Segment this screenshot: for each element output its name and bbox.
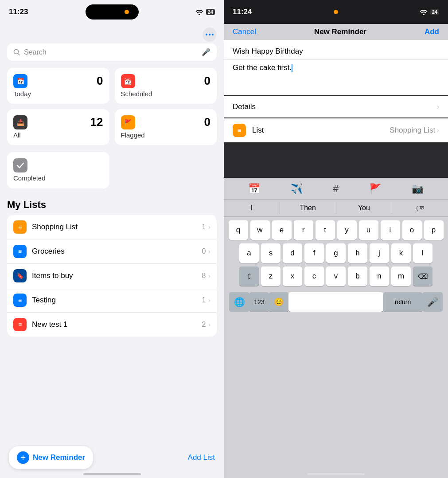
- search-bar[interactable]: Search 🎤: [7, 43, 217, 61]
- kb-tool-flag[interactable]: 🚩: [365, 181, 386, 196]
- kb-suggestion-i[interactable]: I: [224, 202, 280, 214]
- add-list-button[interactable]: Add List: [188, 453, 215, 462]
- smart-grid: 📅 0 Today 📆 0 Scheduled 📥: [7, 68, 217, 145]
- key-m[interactable]: m: [391, 266, 411, 286]
- key-k[interactable]: k: [391, 243, 411, 263]
- list-item-shopping[interactable]: ≡ Shopping List 1 ›: [7, 215, 217, 239]
- reminder-title[interactable]: Wish Happy Birthday: [224, 40, 448, 60]
- key-i[interactable]: i: [381, 220, 400, 240]
- svg-point-0: [199, 14, 200, 15]
- list-row-right: Shopping List ›: [390, 126, 439, 135]
- key-c[interactable]: c: [304, 266, 324, 286]
- shift-key[interactable]: ⇧: [239, 266, 259, 286]
- kb-suggestion-then[interactable]: Then: [280, 202, 336, 214]
- smart-card-completed[interactable]: Completed: [7, 152, 109, 188]
- status-icons-right: 24: [420, 9, 439, 15]
- key-s[interactable]: s: [261, 243, 280, 263]
- key-z[interactable]: z: [261, 266, 280, 286]
- new-reminder-button[interactable]: + New Reminder: [9, 446, 93, 469]
- svg-point-2: [209, 34, 210, 35]
- key-u[interactable]: u: [359, 220, 378, 240]
- key-b[interactable]: b: [348, 266, 367, 286]
- kb-tool-calendar[interactable]: 📅: [244, 181, 265, 196]
- delete-key[interactable]: ⌫: [413, 266, 432, 286]
- key-f[interactable]: f: [304, 243, 324, 263]
- kb-row-1: q w e r t y u i o p: [226, 220, 446, 240]
- list-item-testing[interactable]: ≡ Testing 1 ›: [7, 288, 217, 313]
- cancel-button[interactable]: Cancel: [233, 27, 256, 36]
- key-n[interactable]: n: [370, 266, 389, 286]
- list-assignment-row[interactable]: ≡ List Shopping List ›: [224, 118, 448, 142]
- details-row[interactable]: Details ›: [224, 96, 448, 118]
- list-item-itemstobuy[interactable]: 🔖 Items to buy 8 ›: [7, 264, 217, 288]
- list-item-groceries[interactable]: ≡ Groceries 0 ›: [7, 239, 217, 264]
- battery-icon-left: 24: [206, 9, 215, 15]
- smart-card-flagged[interactable]: 🚩 0 Flagged: [115, 109, 217, 145]
- svg-point-3: [212, 34, 214, 35]
- key-g[interactable]: g: [326, 243, 346, 263]
- list-row-icon-text: ≡: [238, 127, 241, 134]
- shopping-list-icon: ≡: [13, 220, 27, 234]
- key-t[interactable]: t: [316, 220, 335, 240]
- list-row-icon: ≡: [233, 124, 246, 137]
- key-l[interactable]: l: [413, 243, 432, 263]
- list-row-chevron: ›: [437, 127, 439, 134]
- mic-key[interactable]: 🎤: [422, 292, 443, 312]
- kb-suggestion-special[interactable]: ( क: [392, 203, 448, 213]
- key-h[interactable]: h: [348, 243, 367, 263]
- key-w[interactable]: w: [250, 220, 270, 240]
- smart-card-scheduled[interactable]: 📆 0 Scheduled: [115, 68, 217, 104]
- newtest1-count: 2: [202, 321, 206, 329]
- key-r[interactable]: r: [294, 220, 313, 240]
- add-button[interactable]: Add: [425, 27, 439, 36]
- flagged-count: 0: [204, 115, 210, 129]
- kb-tool-camera[interactable]: 📷: [407, 181, 428, 196]
- list-item-newtest1[interactable]: ≡ New test 1 2 ›: [7, 313, 217, 337]
- globe-key[interactable]: 🌐: [229, 292, 249, 312]
- svg-point-1: [206, 34, 207, 35]
- status-dot-right: [334, 10, 338, 14]
- kb-suggestion-you[interactable]: You: [336, 202, 393, 214]
- newtest1-icon: ≡: [13, 318, 27, 331]
- form-area: Wish Happy Birthday Get the cake first.: [224, 40, 448, 95]
- today-label: Today: [13, 90, 103, 98]
- numbers-key[interactable]: 123: [249, 292, 269, 312]
- return-key[interactable]: return: [383, 292, 422, 312]
- key-e[interactable]: e: [272, 220, 292, 240]
- key-y[interactable]: y: [337, 220, 357, 240]
- three-dot-button[interactable]: [203, 27, 217, 42]
- groceries-count: 0: [202, 247, 206, 255]
- my-lists-container: ≡ Shopping List 1 › ≡ Groceries 0 › 🔖: [7, 215, 217, 337]
- nav-bar-right: Cancel New Reminder Add: [224, 24, 448, 40]
- key-a[interactable]: a: [239, 243, 259, 263]
- key-j[interactable]: j: [370, 243, 389, 263]
- kb-tool-location[interactable]: ✈️: [286, 181, 307, 196]
- all-count: 12: [90, 115, 103, 129]
- shopping-list-count: 1: [202, 223, 206, 231]
- key-o[interactable]: o: [402, 220, 422, 240]
- reminder-notes-text: Get the cake first.: [233, 63, 292, 72]
- mic-icon-search: 🎤: [202, 48, 210, 56]
- key-p[interactable]: p: [424, 220, 444, 240]
- key-q[interactable]: q: [229, 220, 248, 240]
- reminder-notes[interactable]: Get the cake first.: [224, 60, 448, 95]
- today-count: 0: [97, 74, 103, 88]
- key-x[interactable]: x: [283, 266, 302, 286]
- reminder-title-text: Wish Happy Birthday: [233, 47, 303, 55]
- completed-icon: [13, 158, 27, 172]
- kb-suggestions: I Then You ( क: [224, 200, 448, 217]
- left-phone: 11:23 24: [0, 0, 224, 478]
- emoji-key[interactable]: 😊: [269, 292, 288, 312]
- bottom-bar-left: + New Reminder Add List: [0, 441, 224, 478]
- space-key[interactable]: [288, 292, 383, 312]
- all-label: All: [13, 131, 103, 139]
- key-d[interactable]: d: [283, 243, 302, 263]
- key-v[interactable]: v: [326, 266, 346, 286]
- right-phone: 11:24 24 Cancel New Reminder Add Wish Ha…: [224, 0, 448, 478]
- smart-card-all[interactable]: 📥 12 All: [7, 109, 109, 145]
- smart-card-today[interactable]: 📅 0 Today: [7, 68, 109, 104]
- left-content: Search 🎤 📅 0 Today 📆 0: [0, 24, 224, 372]
- kb-tool-tag[interactable]: #: [329, 181, 343, 196]
- details-label: Details: [233, 102, 256, 111]
- groceries-name: Groceries: [32, 247, 202, 256]
